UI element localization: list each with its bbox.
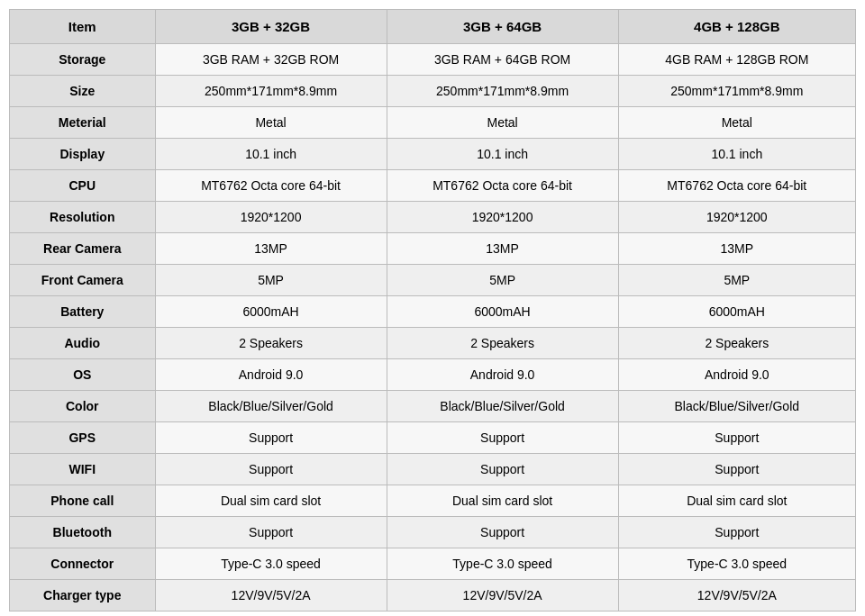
row-cell-3: Support: [618, 454, 855, 485]
row-label: Front Camera: [10, 265, 156, 296]
row-cell-2: MT6762 Octa core 64-bit: [387, 170, 618, 202]
table-row: CPUMT6762 Octa core 64-bitMT6762 Octa co…: [10, 170, 856, 202]
table-row: Front Camera5MP5MP5MP: [10, 265, 856, 296]
table-row: BluetoothSupportSupportSupport: [10, 517, 856, 548]
row-cell-1: 13MP: [155, 233, 387, 265]
table-row: OSAndroid 9.0Android 9.0Android 9.0: [10, 359, 856, 391]
table-row: MeterialMetalMetalMetal: [10, 107, 856, 139]
row-cell-1: Dual sim card slot: [155, 485, 387, 517]
row-cell-2: 250mm*171mm*8.9mm: [387, 76, 618, 107]
header-3gb32gb: 3GB + 32GB: [155, 10, 387, 44]
row-cell-3: Black/Blue/Silver/Gold: [618, 391, 855, 422]
row-cell-3: 10.1 inch: [618, 139, 855, 170]
row-cell-1: Support: [155, 422, 387, 454]
row-cell-1: 2 Speakers: [155, 328, 387, 359]
table-row: Resolution1920*12001920*12001920*1200: [10, 202, 856, 233]
row-cell-1: 10.1 inch: [155, 139, 387, 170]
table-row: Audio2 Speakers2 Speakers2 Speakers: [10, 328, 856, 359]
row-cell-2: 5MP: [387, 265, 618, 296]
row-cell-1: Support: [155, 454, 387, 485]
row-cell-2: Support: [387, 422, 618, 454]
table-row: WIFISupportSupportSupport: [10, 454, 856, 485]
row-cell-2: 3GB RAM + 64GB ROM: [387, 44, 618, 76]
row-cell-1: Type-C 3.0 speed: [155, 548, 387, 580]
row-cell-2: 12V/9V/5V/2A: [387, 580, 618, 611]
table-row: GPSSupportSupportSupport: [10, 422, 856, 454]
row-label: Connector: [10, 548, 156, 580]
header-3gb64gb: 3GB + 64GB: [387, 10, 618, 44]
row-cell-1: Support: [155, 517, 387, 548]
row-cell-3: 6000mAH: [618, 296, 855, 328]
row-cell-1: MT6762 Octa core 64-bit: [155, 170, 387, 202]
row-cell-1: 6000mAH: [155, 296, 387, 328]
row-cell-1: 12V/9V/5V/2A: [155, 580, 387, 611]
row-label: Bluetooth: [10, 517, 156, 548]
row-cell-1: Metal: [155, 107, 387, 139]
row-label: Meterial: [10, 107, 156, 139]
spec-table: Item 3GB + 32GB 3GB + 64GB 4GB + 128GB S…: [9, 9, 856, 611]
row-cell-1: 250mm*171mm*8.9mm: [155, 76, 387, 107]
row-cell-3: 2 Speakers: [618, 328, 855, 359]
row-cell-3: Dual sim card slot: [618, 485, 855, 517]
header-4gb128gb: 4GB + 128GB: [618, 10, 855, 44]
row-label: WIFI: [10, 454, 156, 485]
row-cell-3: Android 9.0: [618, 359, 855, 391]
table-header-row: Item 3GB + 32GB 3GB + 64GB 4GB + 128GB: [10, 10, 856, 44]
table-row: Size250mm*171mm*8.9mm250mm*171mm*8.9mm25…: [10, 76, 856, 107]
row-cell-2: Dual sim card slot: [387, 485, 618, 517]
row-label: GPS: [10, 422, 156, 454]
row-label: Audio: [10, 328, 156, 359]
row-cell-3: Support: [618, 517, 855, 548]
header-item: Item: [10, 10, 156, 44]
spec-table-wrapper: Item 3GB + 32GB 3GB + 64GB 4GB + 128GB S…: [0, 0, 865, 616]
row-cell-3: MT6762 Octa core 64-bit: [618, 170, 855, 202]
row-cell-3: Metal: [618, 107, 855, 139]
row-label: OS: [10, 359, 156, 391]
row-label: Phone call: [10, 485, 156, 517]
row-label: Resolution: [10, 202, 156, 233]
row-cell-3: Type-C 3.0 speed: [618, 548, 855, 580]
row-label: Charger type: [10, 580, 156, 611]
row-cell-3: 1920*1200: [618, 202, 855, 233]
row-cell-3: 4GB RAM + 128GB ROM: [618, 44, 855, 76]
row-cell-2: 2 Speakers: [387, 328, 618, 359]
row-label: Color: [10, 391, 156, 422]
row-cell-1: Black/Blue/Silver/Gold: [155, 391, 387, 422]
row-cell-3: 5MP: [618, 265, 855, 296]
table-row: ColorBlack/Blue/Silver/GoldBlack/Blue/Si…: [10, 391, 856, 422]
row-cell-2: Support: [387, 517, 618, 548]
table-row: ConnectorType-C 3.0 speedType-C 3.0 spee…: [10, 548, 856, 580]
row-cell-3: 13MP: [618, 233, 855, 265]
table-row: Display10.1 inch10.1 inch10.1 inch: [10, 139, 856, 170]
row-cell-2: Android 9.0: [387, 359, 618, 391]
table-row: Charger type12V/9V/5V/2A12V/9V/5V/2A12V/…: [10, 580, 856, 611]
row-label: Size: [10, 76, 156, 107]
table-row: Battery6000mAH6000mAH6000mAH: [10, 296, 856, 328]
row-cell-2: 13MP: [387, 233, 618, 265]
row-cell-3: 12V/9V/5V/2A: [618, 580, 855, 611]
row-label: Display: [10, 139, 156, 170]
row-label: Storage: [10, 44, 156, 76]
row-cell-2: Black/Blue/Silver/Gold: [387, 391, 618, 422]
table-row: Rear Camera13MP13MP13MP: [10, 233, 856, 265]
row-cell-2: Support: [387, 454, 618, 485]
table-row: Phone callDual sim card slotDual sim car…: [10, 485, 856, 517]
row-cell-1: Android 9.0: [155, 359, 387, 391]
row-cell-2: Type-C 3.0 speed: [387, 548, 618, 580]
row-cell-1: 3GB RAM + 32GB ROM: [155, 44, 387, 76]
row-label: Battery: [10, 296, 156, 328]
row-cell-1: 5MP: [155, 265, 387, 296]
row-label: CPU: [10, 170, 156, 202]
row-cell-3: Support: [618, 422, 855, 454]
row-cell-2: 1920*1200: [387, 202, 618, 233]
row-cell-2: 10.1 inch: [387, 139, 618, 170]
row-cell-3: 250mm*171mm*8.9mm: [618, 76, 855, 107]
row-label: Rear Camera: [10, 233, 156, 265]
row-cell-2: Metal: [387, 107, 618, 139]
table-row: Storage3GB RAM + 32GB ROM3GB RAM + 64GB …: [10, 44, 856, 76]
row-cell-1: 1920*1200: [155, 202, 387, 233]
row-cell-2: 6000mAH: [387, 296, 618, 328]
